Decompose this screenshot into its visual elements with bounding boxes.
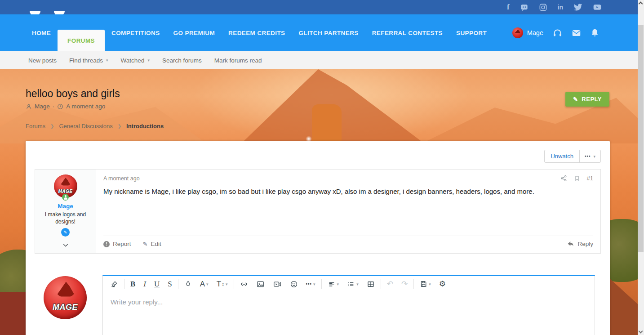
- main-nav: HOME FORUMS COMPETITIONS GO PREMIUM REDE…: [0, 14, 638, 51]
- facebook-icon[interactable]: f: [507, 3, 510, 12]
- breadcrumb-general-discussions[interactable]: General Discussions: [59, 123, 112, 130]
- insert-link-icon[interactable]: [236, 276, 252, 292]
- post-number[interactable]: #1: [587, 175, 593, 182]
- reply-textarea[interactable]: Write your reply...: [103, 292, 595, 335]
- youtube-icon[interactable]: [593, 3, 602, 12]
- breadcrumb-introductions: Introductions: [126, 123, 164, 130]
- italic-button[interactable]: I: [139, 276, 150, 292]
- account-menu[interactable]: Mage: [512, 27, 543, 38]
- chevron-down-icon: ▾: [313, 282, 315, 286]
- chevron-down-icon: ▾: [429, 282, 431, 286]
- thread-more-button[interactable]: ••• ▾: [580, 150, 600, 162]
- reply-arrow-icon: [568, 241, 574, 247]
- nav-item-support[interactable]: SUPPORT: [449, 14, 493, 51]
- nav-item-competitions[interactable]: COMPETITIONS: [105, 14, 167, 51]
- post-1: MAGE Mage I make logos and designs! ✎ A …: [35, 169, 601, 254]
- reply-button[interactable]: ✎ REPLY: [565, 92, 609, 107]
- linkedin-icon[interactable]: in: [558, 4, 563, 11]
- subnav-label: Watched: [121, 57, 145, 64]
- instagram-icon[interactable]: [539, 3, 547, 12]
- inbox-mail-icon[interactable]: [572, 29, 581, 37]
- avatar-text: MAGE: [58, 189, 73, 194]
- wizard-hat-icon: [56, 281, 76, 298]
- discord-icon[interactable]: [520, 3, 529, 12]
- pencil-icon: ✎: [143, 241, 148, 247]
- subnav-label: Search forums: [162, 57, 202, 64]
- font-family-button[interactable]: A ▾: [196, 276, 213, 292]
- insert-image-icon[interactable]: [252, 276, 269, 292]
- subnav-find-threads[interactable]: Find threads▾: [63, 57, 115, 64]
- post-footer: ! Report ✎ Edit Reply: [103, 236, 593, 253]
- updown-arrow-icon: ↕: [222, 281, 224, 287]
- undo-button[interactable]: ↶: [383, 276, 397, 292]
- content-area: helloo boys and girls Mage · A moment ag…: [0, 69, 638, 335]
- reply-button-label: REPLY: [582, 96, 602, 103]
- subnav-search-forums[interactable]: Search forums: [156, 57, 208, 64]
- list-button[interactable]: ▾: [343, 276, 363, 292]
- post-author-name[interactable]: Mage: [58, 203, 73, 210]
- post-author-panel: MAGE Mage I make logos and designs! ✎: [35, 170, 96, 253]
- report-link[interactable]: ! Report: [103, 241, 131, 247]
- alignment-button[interactable]: ▾: [324, 276, 343, 292]
- scroll-up-arrow-icon[interactable]: [639, 2, 643, 6]
- text-color-droplet-icon[interactable]: [180, 276, 196, 292]
- subnav-label: New posts: [28, 57, 57, 64]
- scroll-down-arrow-icon[interactable]: [639, 329, 643, 334]
- meta-separator: ·: [53, 103, 55, 110]
- chevron-right-icon: ❯: [50, 124, 54, 129]
- designer-badge-icon[interactable]: ✎: [61, 228, 70, 237]
- bookmark-icon[interactable]: [574, 175, 580, 182]
- twitter-icon[interactable]: [573, 3, 582, 12]
- unwatch-button[interactable]: Unwatch: [545, 150, 580, 162]
- thread-time[interactable]: A moment ago: [66, 103, 105, 110]
- drafts-save-button[interactable]: ▾: [416, 276, 435, 292]
- subnav-label: Find threads: [69, 57, 103, 64]
- nav-item-referral-contests[interactable]: REFERRAL CONTESTS: [365, 14, 449, 51]
- underline-button[interactable]: U: [150, 276, 164, 292]
- reply-editor: B I U S A ▾ T ↕: [102, 275, 595, 335]
- wizard-hat-icon: [60, 178, 71, 186]
- avatar[interactable]: MAGE: [44, 276, 87, 319]
- reply-link[interactable]: Reply: [568, 241, 593, 247]
- post-header: A moment ago #1: [103, 175, 593, 182]
- more-options-button[interactable]: ••• ▾: [302, 276, 320, 292]
- subnav-new-posts[interactable]: New posts: [22, 57, 63, 64]
- nav-item-home[interactable]: HOME: [25, 14, 58, 51]
- subnav-mark-forums-read[interactable]: Mark forums read: [208, 57, 268, 64]
- strikethrough-button[interactable]: S: [164, 276, 176, 292]
- pencil-icon: ✎: [63, 230, 67, 235]
- chevron-right-icon: ❯: [118, 124, 121, 129]
- edit-link[interactable]: ✎ Edit: [143, 241, 161, 247]
- scrollbar-thumb[interactable]: [638, 25, 644, 252]
- font-size-button[interactable]: T ↕ ▾: [213, 276, 232, 292]
- nav-item-redeem-credits[interactable]: REDEEM CREDITS: [222, 14, 292, 51]
- thread-author[interactable]: Mage: [35, 103, 50, 110]
- subnav-watched[interactable]: Watched▾: [115, 57, 156, 64]
- user-name: Mage: [527, 29, 543, 36]
- edit-label: Edit: [151, 241, 161, 247]
- nav-item-forums[interactable]: FORUMS: [58, 30, 105, 51]
- page-scrollbar[interactable]: [638, 0, 644, 335]
- insert-table-icon[interactable]: [363, 276, 379, 292]
- breadcrumb-forums[interactable]: Forums: [26, 123, 45, 130]
- insert-media-icon[interactable]: [269, 276, 286, 292]
- alerts-bell-icon[interactable]: [591, 28, 599, 38]
- share-icon[interactable]: [560, 175, 567, 182]
- nav-item-go-premium[interactable]: GO PREMIUM: [167, 14, 222, 51]
- post-timestamp[interactable]: A moment ago: [103, 175, 140, 182]
- remove-format-eraser-icon[interactable]: [106, 276, 122, 292]
- nav-item-glitch-partners[interactable]: GLITCH PARTNERS: [292, 14, 365, 51]
- expand-author-chevron-icon[interactable]: [62, 241, 69, 249]
- smiley-icon[interactable]: [286, 276, 302, 292]
- bold-button[interactable]: B: [126, 276, 139, 292]
- report-icon: !: [103, 241, 110, 247]
- size-glyph: T: [217, 280, 221, 289]
- quick-reply: MAGE B I U S: [35, 275, 601, 335]
- editor-settings-gear-icon[interactable]: ⚙: [435, 276, 450, 292]
- subnav-label: Mark forums read: [214, 57, 262, 64]
- redo-button[interactable]: ↷: [397, 276, 412, 292]
- headphones-icon[interactable]: [553, 28, 562, 38]
- post-body-text: My nickname is Mage, i like play csgo, i…: [103, 187, 593, 236]
- forum-page: f in HOME FORUMS COMPETITIONS GO PREMIUM…: [0, 0, 638, 335]
- online-status-icon: [62, 194, 69, 201]
